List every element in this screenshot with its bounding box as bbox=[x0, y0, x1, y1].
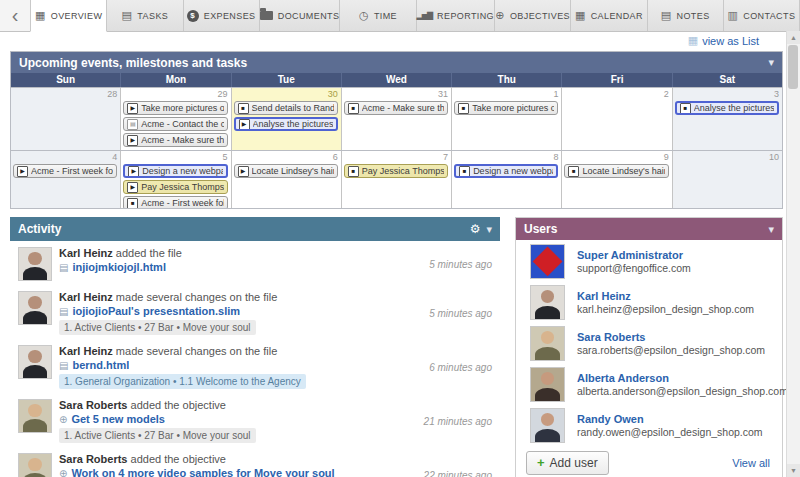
tab-reporting[interactable]: ▂▅▇REPORTING bbox=[417, 0, 495, 31]
calendar-event[interactable]: ■Take more pictures of ... bbox=[454, 101, 558, 115]
user-info: Karl Heinzkarl.heinz@epsilon_design_shop… bbox=[577, 290, 754, 316]
view-toggle-row: ▦ view as List bbox=[10, 34, 759, 49]
event-label: Analyse the pictures t... bbox=[253, 119, 333, 129]
calendar-event[interactable]: ■Locate Lindsey's haird... bbox=[564, 164, 668, 178]
calendar-event[interactable]: ▤Acme - Contact the cli... bbox=[123, 117, 227, 131]
chevron-down-icon[interactable]: ▾ bbox=[768, 56, 774, 69]
calendar-event[interactable]: ■Acme - Make sure the c... bbox=[344, 101, 448, 115]
upcoming-events-header[interactable]: Upcoming events, milestones and tasks ▾ bbox=[11, 52, 782, 73]
add-user-label: Add user bbox=[550, 456, 598, 470]
calendar-day-cell[interactable]: 7■Pay Jessica Thompson f... bbox=[342, 151, 452, 208]
scroll-up-arrow-icon[interactable]: ▲ bbox=[787, 31, 800, 44]
chevron-down-icon[interactable]: ▾ bbox=[486, 223, 492, 236]
activity-object-line: ▤iojiojioPaul's presesntation.slim bbox=[59, 305, 392, 318]
calendar-event[interactable]: ▶Take more pictures of ... bbox=[123, 101, 227, 115]
user-list-item[interactable]: Karl Heinzkarl.heinz@epsilon_design_shop… bbox=[516, 281, 782, 322]
tab-calendar[interactable]: ▦CALENDAR bbox=[571, 0, 647, 31]
day-number: 1 bbox=[452, 88, 561, 100]
view-as-list-link[interactable]: ▦ view as List bbox=[688, 34, 759, 47]
activity-object-link[interactable]: Work on 4 more video samples for Move yo… bbox=[71, 467, 334, 477]
calendar-event[interactable]: ▶Design a new webpage s... bbox=[123, 164, 227, 178]
user-name-link[interactable]: Super Administrator bbox=[577, 249, 691, 262]
activity-list: Karl Heinz added the file▤injiojmkiojojl… bbox=[10, 241, 500, 477]
tab-notes[interactable]: ▤NOTES bbox=[648, 0, 724, 31]
calendar-event[interactable]: ▶Acme - Make sure the c... bbox=[123, 133, 227, 147]
users-panel-header[interactable]: Users ▾ bbox=[516, 218, 782, 240]
calendar-day-cell[interactable]: 6▶Locate Lindsey's haird... bbox=[232, 151, 342, 208]
calendar-day-cell[interactable]: 28 bbox=[11, 88, 121, 150]
tab-list: ▦OVERVIEW▤TASKS$EXPENSESDOCUMENTS◷TIME▂▅… bbox=[30, 0, 800, 31]
calendar-event[interactable]: ▶Analyse the pictures t... bbox=[234, 117, 338, 131]
user-name-link[interactable]: Randy Owen bbox=[577, 413, 763, 426]
calendar-day-cell[interactable]: 31■Acme - Make sure the c... bbox=[342, 88, 452, 150]
calendar-day-cell[interactable]: 3■Analyse the pictures t... bbox=[673, 88, 782, 150]
tab-contacts[interactable]: ▥CONTACTS bbox=[724, 0, 800, 31]
view-all-link[interactable]: View all bbox=[732, 457, 770, 469]
tab-objectives[interactable]: ⊕OBJECTIVES bbox=[495, 0, 571, 31]
tab-expenses[interactable]: $EXPENSES bbox=[184, 0, 260, 31]
tab-time[interactable]: ◷TIME bbox=[340, 0, 416, 31]
calendar-day-cell[interactable]: 30■Send details to Randy▶Analyse the pic… bbox=[232, 88, 342, 150]
calendar-event[interactable]: ■Pay Jessica Thompson f... bbox=[344, 164, 448, 178]
event-label: Analyse the pictures t... bbox=[694, 103, 774, 113]
tab-label: EXPENSES bbox=[204, 11, 256, 21]
calendar-event[interactable]: ■Acme - First week foll... bbox=[123, 196, 227, 208]
tab-label: TASKS bbox=[137, 11, 168, 21]
calendar-day-cell[interactable]: 4▶Acme - First week foll... bbox=[11, 151, 121, 208]
activity-object-link[interactable]: iojiojioPaul's presesntation.slim bbox=[72, 305, 240, 318]
file-icon: ▤ bbox=[59, 359, 68, 372]
calendar-day-cell[interactable]: 5▶Design a new webpage s...▶Pay Jessica … bbox=[121, 151, 231, 208]
actor-name: Sara Roberts bbox=[59, 399, 127, 411]
avatar bbox=[530, 326, 565, 361]
user-list-item[interactable]: Randy Owenrandy.owen@epsilon_design_shop… bbox=[516, 404, 782, 445]
user-list-item[interactable]: Super Administratorsupport@fengoffice.co… bbox=[516, 240, 782, 281]
user-list-item[interactable]: Sara Robertssara.roberts@epsilon_design_… bbox=[516, 322, 782, 363]
file-icon: ▤ bbox=[59, 305, 68, 318]
vertical-scrollbar[interactable]: ▲ ▼ bbox=[786, 31, 800, 477]
calendar-event[interactable]: ■Design a new webpage s... bbox=[454, 164, 558, 178]
calendar-event[interactable]: ▶Acme - First week foll... bbox=[13, 164, 117, 178]
calendar-event[interactable]: ▶Locate Lindsey's haird... bbox=[234, 164, 338, 178]
chevron-down-icon[interactable]: ▾ bbox=[768, 223, 774, 236]
upcoming-events-title: Upcoming events, milestones and tasks bbox=[19, 56, 247, 70]
tab-overview[interactable]: ▦OVERVIEW bbox=[30, 0, 107, 32]
user-name-link[interactable]: Karl Heinz bbox=[577, 290, 754, 303]
calendar-day-cell[interactable]: 10 bbox=[673, 151, 782, 208]
tasks-icon: ▤ bbox=[122, 10, 133, 21]
activity-panel-header[interactable]: Activity ⚙ ▾ bbox=[10, 217, 500, 241]
user-name-link[interactable]: Sara Roberts bbox=[577, 331, 765, 344]
actor-name: Sara Roberts bbox=[59, 453, 127, 465]
activity-object-line: ▤bernd.html bbox=[59, 359, 392, 372]
calendar-day-cell[interactable]: 2 bbox=[562, 88, 672, 150]
calendar-event[interactable]: ■Send details to Randy bbox=[234, 101, 338, 115]
calendar-event[interactable]: ■Analyse the pictures t... bbox=[675, 101, 779, 115]
scroll-down-arrow-icon[interactable]: ▼ bbox=[787, 464, 800, 477]
activity-object-link[interactable]: injiojmkiojojl.html bbox=[72, 261, 166, 274]
day-header-sun: Sun bbox=[11, 73, 121, 87]
event-label: Pay Jessica Thompson f... bbox=[141, 182, 223, 192]
back-button[interactable]: ‹ bbox=[0, 0, 30, 31]
actor-name: Karl Heinz bbox=[59, 291, 113, 303]
scrollbar-thumb[interactable] bbox=[788, 45, 798, 89]
calendar-day-cell[interactable]: 8■Design a new webpage s... bbox=[452, 151, 562, 208]
event-label: Take more pictures of ... bbox=[472, 103, 554, 113]
day-number: 5 bbox=[121, 151, 230, 163]
tab-documents[interactable]: DOCUMENTS bbox=[260, 0, 341, 31]
day-number: 9 bbox=[562, 151, 671, 163]
user-name-link[interactable]: Alberta Anderson bbox=[577, 372, 788, 385]
activity-text: Karl Heinz made several changes on the f… bbox=[59, 345, 392, 358]
user-list-item[interactable]: Alberta Andersonalberta.anderson@epsilon… bbox=[516, 363, 782, 404]
calendar-day-cell[interactable]: 9■Locate Lindsey's haird... bbox=[562, 151, 672, 208]
reporting-icon: ▂▅▇ bbox=[417, 10, 432, 21]
calendar-icon: ▦ bbox=[575, 10, 586, 21]
calendar-day-cell[interactable]: 1■Take more pictures of ... bbox=[452, 88, 562, 150]
calendar-day-cell[interactable]: 29▶Take more pictures of ...▤Acme - Cont… bbox=[121, 88, 231, 150]
tab-tasks[interactable]: ▤TASKS bbox=[107, 0, 183, 31]
calendar-event[interactable]: ▶Pay Jessica Thompson f... bbox=[123, 180, 227, 194]
activity-object-link[interactable]: bernd.html bbox=[72, 359, 129, 372]
gear-icon[interactable]: ⚙ bbox=[470, 222, 481, 236]
event-label: Design a new webpage s... bbox=[473, 166, 553, 176]
add-user-button[interactable]: + Add user bbox=[526, 451, 609, 475]
activity-panel-title: Activity bbox=[18, 222, 61, 236]
activity-object-link[interactable]: Get 5 new models bbox=[71, 413, 165, 426]
